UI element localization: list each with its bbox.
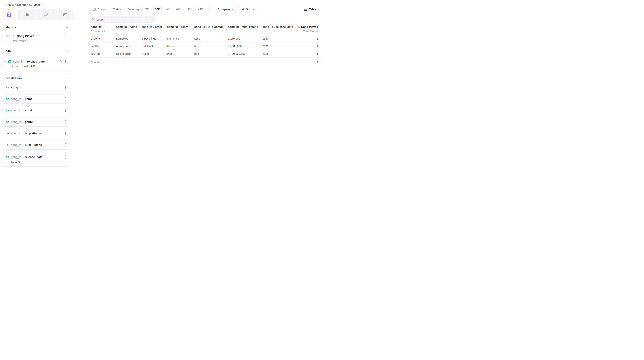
range-xtd[interactable]: XTD — [194, 6, 210, 13]
property-arrow-icon — [23, 144, 24, 146]
remove-filter-button[interactable] — [60, 60, 62, 63]
table-header-row: song_id Showing all song_idname song_ida… — [91, 25, 322, 35]
range-12m[interactable]: 12M — [183, 6, 194, 13]
column-header-num-listens[interactable]: song_idnum_listens — [228, 25, 262, 33]
date-bucket-label: by Year — [11, 161, 20, 164]
text-property-icon: Aa — [6, 109, 9, 112]
table-row: d8d949 Bamboleo Gipsy Kings Flamenco fal… — [91, 35, 322, 43]
filter-value[interactable]: Jun 6, 1987 — [21, 65, 36, 68]
aggregation-label: Total Events — [11, 39, 26, 43]
column-header-name[interactable]: song_idname — [116, 25, 142, 33]
breakdown-options-button[interactable] — [65, 85, 66, 90]
cell-artist: Daft Punk — [142, 45, 167, 48]
view-type-button[interactable]: Table — [301, 6, 322, 13]
chevron-down-icon — [253, 8, 255, 10]
calendar-icon — [93, 8, 96, 11]
metrics-section: Metrics + A Song Played — [2, 26, 69, 44]
series-badge: A — [6, 34, 10, 38]
range-3m[interactable]: 3M — [163, 6, 173, 13]
aggregation-selector[interactable]: Total Events — [6, 39, 66, 43]
property-arrow-icon — [179, 27, 180, 28]
breakdown-property: genre — [25, 120, 33, 124]
boolean-property-icon — [6, 132, 9, 135]
entity-selector[interactable]: User — [34, 3, 40, 7]
cell-name: Hotline Bling — [116, 52, 142, 55]
showing-all-selector[interactable]: Showing all — [91, 30, 116, 33]
range-today[interactable]: Today — [110, 6, 124, 13]
compare-button[interactable]: Compare — [215, 6, 236, 13]
sort-button[interactable]: Sort — [238, 6, 257, 13]
property-arrow-icon — [206, 27, 207, 28]
text-property-icon: Aa — [6, 97, 9, 101]
date-range-picker: Custom Today Yesterday 7D 30D 3M 6M 12M … — [90, 6, 210, 13]
insights-report: Analyze Uniques by User — [0, 0, 322, 180]
breakdown-card[interactable]: Aa song_id — [2, 83, 69, 92]
breakdown-card[interactable]: song_id is_platinum — [2, 129, 69, 138]
tab-retention[interactable] — [55, 10, 74, 20]
range-yesterday[interactable]: Yesterday — [124, 6, 142, 13]
filter-parent-property: song_id — [13, 60, 24, 63]
search-input[interactable] — [96, 18, 153, 21]
add-metric-button[interactable]: + — [66, 26, 68, 29]
search-icon — [92, 18, 94, 21]
tab-flows[interactable] — [37, 10, 55, 20]
tab-insights[interactable] — [0, 10, 18, 20]
breakdown-property: num_listens — [25, 143, 42, 147]
range-label: Today — [113, 8, 121, 11]
add-filter-button[interactable]: + — [66, 50, 68, 53]
metric-card[interactable]: A Song Played Total Events — [2, 32, 69, 44]
cell-song-id: a43fb8 — [91, 45, 116, 48]
property-arrow-icon — [128, 27, 129, 28]
table-search — [90, 16, 155, 23]
breakdown-options-button[interactable] — [65, 155, 66, 159]
property-arrow-icon — [23, 110, 24, 111]
filter-card[interactable]: song_id release_date Since Jun 6, 1987 — [2, 56, 69, 71]
metric-options-button[interactable] — [65, 34, 66, 38]
breakdown-card[interactable]: Aa song_id name — [2, 94, 69, 104]
tab-funnels[interactable] — [18, 10, 37, 20]
filter-operator[interactable]: Since — [11, 65, 18, 68]
add-breakdown-button[interactable]: + — [66, 76, 68, 80]
breakdown-options-button[interactable] — [65, 120, 66, 124]
event-click-icon — [11, 34, 15, 38]
range-7d[interactable]: 7D — [142, 6, 152, 13]
cell-num-listens: 1,700,000,000 — [228, 52, 262, 55]
breakdown-options-button[interactable] — [65, 143, 66, 147]
breakdown-parent: song_id — [11, 109, 22, 112]
retention-icon — [62, 12, 67, 17]
breakdown-options-button[interactable] — [65, 108, 66, 113]
date-bucket-selector[interactable]: by Year — [6, 161, 66, 164]
column-header-release-date[interactable]: song_idrelease_date — [262, 25, 297, 33]
chevron-down-icon — [205, 8, 207, 10]
analysis-header: Analyze Uniques by User — [0, 0, 74, 10]
property-arrow-icon — [23, 98, 24, 100]
column-header-is-platinum[interactable]: song_idis_platinum — [194, 25, 228, 33]
drag-handle[interactable] — [4, 60, 6, 63]
report-main: Custom Today Yesterday 7D 30D 3M 6M 12M … — [74, 0, 322, 180]
property-arrow-icon — [154, 27, 154, 28]
breakdown-section-title: Breakdown — [6, 76, 22, 80]
range-custom[interactable]: Custom — [90, 6, 110, 13]
cell-is-platinum: false — [194, 45, 228, 48]
cell-song-id: c994bb — [91, 52, 116, 55]
breakdown-card[interactable]: song_id release_date by Year — [2, 152, 69, 167]
breakdown-card[interactable]: Aa song_id artist — [2, 106, 69, 115]
column-header-metric[interactable]: ASong Played Total Events — [297, 25, 322, 35]
filter-options-button[interactable] — [65, 59, 66, 64]
breakdown-card[interactable]: Aa song_id genre — [2, 117, 69, 127]
analysis-header-label: Analyze Uniques by — [6, 3, 32, 7]
chevron-down-icon — [28, 40, 30, 42]
table-grid-icon — [304, 8, 308, 11]
range-label: 12M — [186, 8, 192, 11]
column-header-artist[interactable]: song_idartist — [142, 25, 167, 33]
breakdown-card[interactable]: # song_id num_listens — [2, 140, 69, 150]
range-6m[interactable]: 6M — [173, 6, 183, 13]
range-label: 30D — [155, 8, 160, 11]
breakdown-options-button[interactable] — [65, 131, 66, 136]
column-header-genre[interactable]: song_idgenre — [167, 25, 194, 33]
range-30d[interactable]: 30D — [152, 6, 163, 13]
breakdown-options-button[interactable] — [65, 97, 66, 101]
breakdown-parent: song_id — [11, 132, 22, 135]
report-type-tabs — [0, 10, 74, 20]
column-header-song-id[interactable]: song_id — [91, 25, 116, 29]
